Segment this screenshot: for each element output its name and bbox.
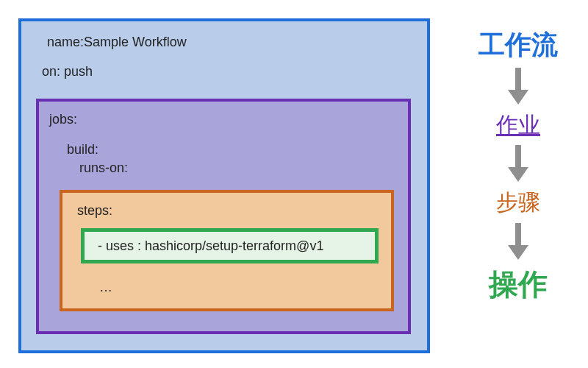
legend-step: 步骤 xyxy=(496,191,540,214)
arrow-down-icon xyxy=(508,145,528,182)
svg-rect-2 xyxy=(515,145,521,169)
svg-rect-4 xyxy=(515,223,521,247)
svg-marker-3 xyxy=(508,167,528,182)
arrow-down-icon xyxy=(508,223,528,260)
legend-workflow: 工作流 xyxy=(478,31,558,59)
diagram-root: name:Sample Workflow on: push jobs: buil… xyxy=(0,0,588,368)
svg-rect-0 xyxy=(515,68,521,91)
more-label: … xyxy=(99,280,112,295)
workflow-name-line: name:Sample Workflow xyxy=(47,35,187,50)
runs-on-label: runs-on: xyxy=(79,160,128,176)
steps-label: steps: xyxy=(77,203,112,219)
build-label: build: xyxy=(67,142,98,158)
legend-job: 作业 xyxy=(496,113,540,137)
workflow-box: name:Sample Workflow on: push jobs: buil… xyxy=(18,18,430,353)
action-box: - uses : hashicorp/setup-terraform@v1 xyxy=(81,228,379,263)
jobs-label: jobs: xyxy=(49,112,77,127)
legend-action: 操作 xyxy=(489,269,548,300)
legend-column: 工作流 作业 步骤 操作 xyxy=(459,29,577,301)
steps-box: steps: - uses : hashicorp/setup-terrafor… xyxy=(60,190,394,311)
uses-line: - uses : hashicorp/setup-terraform@v1 xyxy=(98,238,323,254)
svg-marker-5 xyxy=(508,245,528,260)
svg-marker-1 xyxy=(508,90,528,105)
jobs-box: jobs: build: runs-on: steps: - uses : ha… xyxy=(36,99,411,334)
arrow-down-icon xyxy=(508,68,528,105)
workflow-on-line: on: push xyxy=(42,64,93,79)
